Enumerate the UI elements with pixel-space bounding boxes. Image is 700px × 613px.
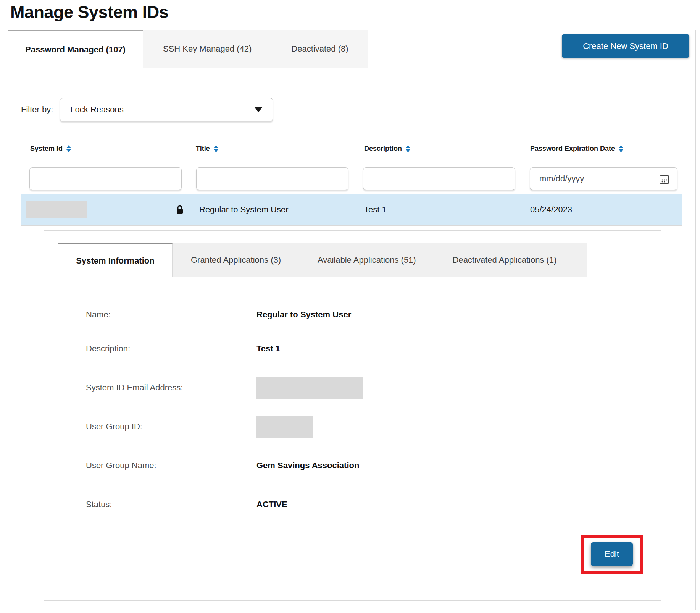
system-information-panel: Name: Regular to System User Description… (58, 277, 646, 593)
tab-available-applications[interactable]: Available Applications (51) (299, 243, 434, 277)
column-header-description[interactable]: Description (364, 145, 530, 153)
status-label: Status: (72, 500, 256, 509)
page-title: Manage System IDs (10, 2, 700, 22)
field-row-name: Name: Regular to System User (72, 277, 643, 329)
tabstrip: SSH Key Managed (42) Deactivated (8) (143, 30, 368, 68)
redacted-email-value (256, 377, 363, 399)
tab-deactivated[interactable]: Deactivated (8) (271, 30, 368, 68)
chevron-down-icon (254, 107, 263, 112)
description-value: Test 1 (256, 344, 280, 354)
redacted-system-id (26, 201, 87, 218)
cell-password-expiration-date: 05/24/2023 (530, 205, 682, 215)
calendar-icon[interactable] (659, 174, 669, 184)
description-label: Description: (72, 344, 256, 354)
sort-icon (406, 145, 410, 152)
edit-button[interactable]: Edit (591, 542, 633, 566)
tab-granted-applications[interactable]: Granted Applications (3) (173, 243, 299, 277)
system-id-filter-input[interactable] (29, 167, 182, 190)
field-row-user-group-name: User Group Name: Gem Savings Association (72, 446, 643, 485)
user-group-name-label: User Group Name: (72, 461, 256, 471)
cell-title: Regular to System User (196, 205, 364, 215)
sort-icon (214, 145, 218, 152)
sort-icon (619, 145, 623, 152)
cell-description: Test 1 (364, 205, 530, 215)
user-group-id-label: User Group ID: (72, 422, 256, 432)
field-row-email: System ID Email Address: (72, 368, 643, 407)
sort-icon (66, 145, 71, 152)
filter-by-label: Filter by: (21, 105, 53, 115)
field-row-description: Description: Test 1 (72, 329, 643, 368)
lock-reasons-dropdown[interactable]: Lock Reasons (60, 98, 273, 121)
column-label-description: Description (364, 145, 402, 153)
column-label-password-expiration-date: Password Expiration Date (530, 145, 615, 153)
field-row-status: Status: ACTIVE (72, 485, 643, 524)
field-row-user-group-id: User Group ID: (72, 407, 643, 446)
edit-button-area: Edit (58, 524, 646, 591)
detail-tabbar: System Information Granted Applications … (58, 243, 661, 277)
tab-deactivated-applications[interactable]: Deactivated Applications (1) (434, 243, 575, 277)
table-row-selected[interactable]: Regular to System User Test 1 05/24/2023 (21, 194, 682, 225)
tab-password-managed[interactable]: Password Managed (107) (8, 30, 143, 68)
manage-system-ids-panel: Password Managed (107) SSH Key Managed (… (8, 30, 696, 610)
system-ids-table: System Id Title Description Password Exp… (21, 131, 682, 226)
email-label: System ID Email Address: (72, 383, 256, 393)
dropdown-selected-value: Lock Reasons (70, 105, 254, 115)
description-filter-input[interactable] (363, 167, 515, 190)
cell-system-id (21, 201, 196, 218)
column-header-title[interactable]: Title (196, 145, 364, 153)
status-value: ACTIVE (256, 500, 287, 509)
table-header: System Id Title Description Password Exp… (21, 131, 682, 153)
tab-ssh-key-managed[interactable]: SSH Key Managed (42) (143, 30, 271, 68)
column-label-system-id: System Id (30, 145, 63, 153)
column-header-system-id[interactable]: System Id (30, 145, 196, 153)
tab-system-information[interactable]: System Information (58, 243, 173, 277)
lock-icon (176, 205, 184, 215)
column-header-password-expiration-date[interactable]: Password Expiration Date (530, 145, 682, 153)
title-filter-input[interactable] (196, 167, 348, 190)
user-group-name-value: Gem Savings Association (256, 461, 359, 471)
filter-row: Filter by: Lock Reasons (21, 98, 695, 121)
name-label: Name: (72, 310, 256, 320)
column-label-title: Title (196, 145, 210, 153)
detail-tabstrip: Granted Applications (3) Available Appli… (173, 243, 587, 277)
date-placeholder: mm/dd/yyyy (539, 174, 659, 184)
create-new-system-id-button[interactable]: Create New System ID (562, 34, 689, 58)
annotation-highlight-box: Edit (581, 535, 643, 574)
redacted-user-group-id-value (256, 416, 313, 438)
system-id-detail-panel: System Information Granted Applications … (44, 230, 661, 601)
column-filter-row: mm/dd/yyyy (21, 167, 682, 190)
name-value: Regular to System User (256, 310, 351, 320)
password-expiration-date-filter-input[interactable]: mm/dd/yyyy (530, 167, 677, 190)
